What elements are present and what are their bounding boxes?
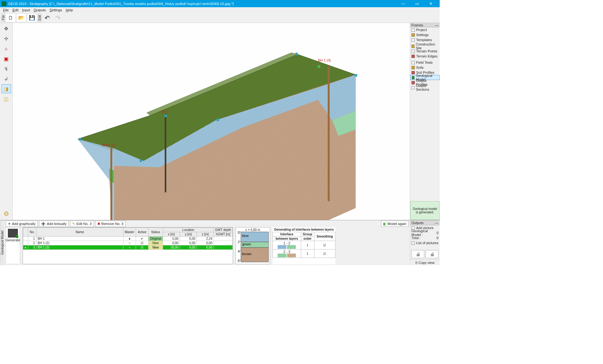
svg-rect-17 bbox=[328, 66, 330, 201]
zoom-window-icon[interactable]: ⌕ bbox=[2, 44, 11, 53]
svg-rect-18 bbox=[79, 138, 81, 141]
print-button-2[interactable]: 🖨 bbox=[426, 250, 438, 258]
view3d-solid-icon[interactable]: ◨ bbox=[2, 84, 11, 93]
tests-icon bbox=[411, 61, 415, 64]
edges-icon bbox=[411, 55, 415, 58]
zoom-extents-icon[interactable]: ▣ bbox=[2, 54, 11, 63]
outputs-collapse-icon[interactable]: — bbox=[435, 221, 438, 225]
rotate-icon[interactable]: ✢ bbox=[2, 34, 11, 43]
frame-terrain-points[interactable]: Terrain Points bbox=[410, 49, 440, 54]
table-row[interactable]: 2BH 1 (2)○☑New0,005,000,00 bbox=[23, 241, 233, 245]
window-title: GEO5 2019 - Stratigraphy [C:\_Stahovat\S… bbox=[8, 2, 234, 6]
outputs-panel: Outputs— Add picture Geological Model :0… bbox=[410, 220, 440, 265]
svg-text:2: 2 bbox=[238, 240, 240, 244]
frames-panel: Frames— Project Settings Templates Const… bbox=[410, 23, 440, 220]
interface-row[interactable]: 1 - 2 1☑ bbox=[273, 241, 335, 249]
view-toolbar: ✥ ✢ ⌕ ▣ ↯ ↲ ◨ ◫ ⚙ bbox=[0, 23, 13, 220]
templates-icon bbox=[411, 38, 415, 42]
svg-rect-20 bbox=[165, 115, 167, 117]
svg-rect-16 bbox=[165, 114, 166, 192]
svg-rect-19 bbox=[140, 159, 142, 162]
table-row[interactable]: 1BH 1●✔Original5,005,002,24 bbox=[23, 237, 233, 241]
interfaces-panel: Generating of interfaces between layers … bbox=[273, 227, 335, 264]
edit-button[interactable]: ✎Edit No. 3 bbox=[70, 221, 94, 227]
model-status: Geological model is generated. bbox=[410, 201, 440, 220]
title-bar: GEO5 2019 - Stratigraphy [C:\_Stahovat\S… bbox=[0, 0, 440, 7]
frame-project[interactable]: Project bbox=[410, 27, 440, 32]
print-button-1[interactable]: 🖨 bbox=[411, 250, 424, 258]
frame-terrain-edges[interactable]: Terrain Edges bbox=[410, 54, 440, 59]
menu-file[interactable]: File bbox=[1, 8, 11, 12]
soil-column: z = 5,00 m 0246 blue green brown bbox=[236, 227, 270, 264]
out-sect-icon bbox=[411, 86, 415, 89]
frame-output-sections[interactable]: Output Sections bbox=[410, 85, 440, 90]
label-bh13: BH 1 (3) bbox=[318, 58, 331, 62]
frame-settings[interactable]: Settings bbox=[410, 32, 440, 37]
svg-rect-22 bbox=[296, 53, 298, 55]
site-icon bbox=[411, 45, 415, 48]
axes-icon[interactable]: ↯ bbox=[2, 64, 11, 73]
plus-icon: ✦ bbox=[8, 222, 11, 226]
frames-collapse-icon[interactable]: — bbox=[435, 23, 438, 27]
menu-edit[interactable]: Edit bbox=[11, 8, 20, 12]
list-icon bbox=[411, 241, 415, 245]
generate-button[interactable]: Generate bbox=[6, 227, 20, 264]
settings-gear-icon[interactable]: ⚙ bbox=[2, 209, 11, 218]
menu-outputs[interactable]: Outputs bbox=[32, 8, 48, 12]
table-row-selected[interactable]: ▸3BH 1 (3)○☑New20,005,005,00 bbox=[23, 245, 233, 250]
bottom-tab-label[interactable]: Geological Model bbox=[0, 220, 4, 265]
list-pictures-button[interactable]: List of pictures bbox=[410, 240, 440, 245]
pan-icon[interactable]: ✥ bbox=[2, 24, 11, 33]
profiles-icon bbox=[411, 71, 415, 74]
frame-templates[interactable]: Templates bbox=[410, 37, 440, 42]
svg-text:green: green bbox=[242, 242, 251, 246]
menu-settings[interactable]: Settings bbox=[48, 8, 64, 12]
svg-rect-24 bbox=[355, 74, 357, 77]
edit-tab[interactable]: Edit bbox=[38, 13, 41, 22]
soils-icon bbox=[411, 66, 415, 69]
plus-icon: ➕ bbox=[41, 222, 46, 226]
add-graphically-button[interactable]: ✦Add graphically bbox=[6, 221, 38, 227]
view3d-wire-icon[interactable]: ◫ bbox=[2, 94, 11, 103]
open-file-button[interactable]: 📂 bbox=[16, 13, 26, 22]
generate-icon bbox=[8, 229, 18, 238]
cube-icon: ◧ bbox=[383, 222, 386, 226]
gm-count-row: Geological Model :0 bbox=[410, 230, 440, 235]
maximize-button[interactable]: ▭ bbox=[410, 0, 424, 7]
frame-construction-site[interactable]: Construction Site bbox=[410, 44, 440, 49]
menu-help[interactable]: Help bbox=[64, 8, 75, 12]
file-tab[interactable]: File bbox=[1, 13, 5, 22]
frame-field-tests[interactable]: Field Tests bbox=[410, 60, 440, 65]
menu-bar: File Edit Input Outputs Settings Help bbox=[0, 7, 440, 13]
svg-text:4: 4 bbox=[238, 249, 240, 253]
add-textually-button[interactable]: ➕Add textually bbox=[39, 221, 69, 227]
boreholes-table[interactable]: No. Name Master Active Status Location G… bbox=[23, 227, 233, 264]
copy-view-button[interactable]: ⎘Copy view bbox=[410, 260, 440, 265]
pencil-icon: ✎ bbox=[72, 222, 75, 226]
new-file-button[interactable]: 🗋 bbox=[6, 13, 16, 22]
frame-soils[interactable]: Soils bbox=[410, 65, 440, 70]
app-icon bbox=[2, 2, 6, 6]
save-file-button[interactable]: 💾 bbox=[27, 13, 37, 22]
model-icon bbox=[412, 76, 415, 79]
minimize-button[interactable]: — bbox=[396, 0, 410, 7]
redo-button[interactable]: ↷ bbox=[53, 13, 63, 22]
main-toolbar: File 🗋 📂 💾 Edit ↶ ↷ bbox=[0, 13, 440, 23]
undo-button[interactable]: ↶ bbox=[42, 13, 52, 22]
frames-title: Frames bbox=[411, 23, 423, 27]
project-icon bbox=[411, 28, 415, 32]
menu-input[interactable]: Input bbox=[20, 8, 32, 12]
viewport-3d[interactable]: BH 1 BH 1 (2) BH 1 (3) bbox=[13, 23, 410, 220]
interface-row[interactable]: 2 - 3 1☑ bbox=[273, 249, 335, 258]
svg-rect-21 bbox=[217, 119, 219, 121]
axes2-icon[interactable]: ↲ bbox=[2, 74, 11, 83]
gear-icon bbox=[411, 33, 415, 37]
remove-button[interactable]: ✖Remove No. 3 bbox=[95, 221, 126, 227]
model-again-button[interactable]: ◧Model again bbox=[381, 221, 409, 227]
close-button[interactable]: × bbox=[424, 0, 438, 7]
copy-icon: ⎘ bbox=[416, 261, 418, 265]
svg-rect-15 bbox=[111, 147, 112, 220]
svg-rect-23 bbox=[318, 65, 320, 68]
svg-text:blue: blue bbox=[242, 234, 249, 238]
label-bh1: BH 1 bbox=[161, 110, 169, 114]
